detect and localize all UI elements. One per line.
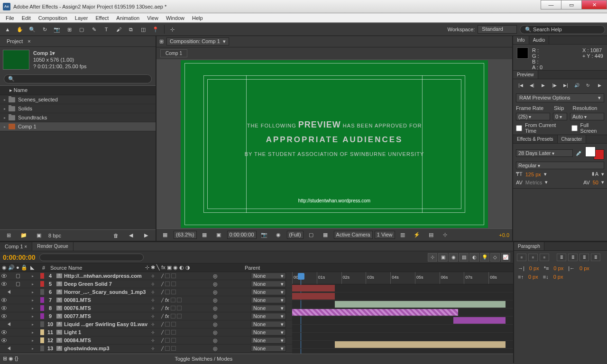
zoom-select[interactable]: (63.2%) xyxy=(174,231,197,239)
toggle-switches-icon[interactable]: ⊞ ◉ {} xyxy=(3,355,18,362)
new-comp-icon[interactable]: ▣ xyxy=(33,231,45,240)
ram-preview-icon[interactable]: ▶ xyxy=(596,82,603,89)
layer-row[interactable]: ▸ 4 THttp://...ntwhan.wordpress.com ⊹ ╱ … xyxy=(0,272,292,280)
minimize-button[interactable]: — xyxy=(541,0,561,9)
channel-icon[interactable]: ◉ xyxy=(273,230,284,240)
hand-tool[interactable]: ✋ xyxy=(14,25,26,34)
menu-edit[interactable]: Edit xyxy=(18,14,35,22)
project-name-column[interactable]: Name xyxy=(14,87,28,93)
source-name-column[interactable]: Source Name xyxy=(48,265,143,271)
align-right-icon[interactable]: ≡ xyxy=(540,254,549,261)
puppet-tool[interactable]: 📍 xyxy=(150,25,161,34)
search-help-input[interactable]: 🔍 Search Help xyxy=(520,25,605,34)
menu-animation[interactable]: Animation xyxy=(112,14,143,22)
snapshot-icon[interactable]: 📷 xyxy=(258,230,270,240)
flowchart-icon[interactable]: ⊹ xyxy=(440,230,451,240)
mask-icon[interactable]: ▣ xyxy=(213,230,224,240)
prev-frame-icon[interactable]: ◀ xyxy=(125,231,137,240)
timeline-icon[interactable]: ▤ xyxy=(425,230,437,240)
layer-row[interactable]: ▸ 10 ALiquid ...ger Swirling Easy 01.wav… xyxy=(0,320,292,328)
preview-res-select[interactable]: Auto ▾ xyxy=(570,113,604,120)
ram-preview-options[interactable]: RAM Preview Options▾ xyxy=(516,93,604,102)
layer-row[interactable]: ▸ 13 Aghostwindow.mp3 ⊹ ╱ ◎ None▾ xyxy=(0,345,292,353)
layer-row[interactable]: ▸ 5 SDeep Green Solid 7 ⊹ ╱ ◎ None▾ xyxy=(0,280,292,288)
transparency-icon[interactable]: ▦ xyxy=(320,230,331,240)
interpret-icon[interactable]: ⊞ xyxy=(3,231,14,240)
skip-select[interactable]: 0 ▾ xyxy=(553,113,567,120)
project-item[interactable]: ▸Comp 1 xyxy=(0,122,156,131)
menu-layer[interactable]: Layer xyxy=(71,14,92,22)
justify-center-icon[interactable]: ≣ xyxy=(568,254,578,261)
indent-right-value[interactable]: 0 px xyxy=(579,265,589,271)
space-before-value[interactable]: 0 px xyxy=(528,274,538,280)
first-frame-icon[interactable]: |◀ xyxy=(517,82,524,89)
hide-shy-icon[interactable]: ◉ xyxy=(449,253,458,262)
comp-mini-flowchart-icon[interactable]: ⊹ xyxy=(428,253,437,262)
project-item[interactable]: ▸Soundtracks xyxy=(0,113,156,122)
bpc-label[interactable]: 8 bpc xyxy=(48,233,61,238)
font-select[interactable]: 28 Days Later ▾ xyxy=(516,149,573,157)
menu-file[interactable]: File xyxy=(2,14,18,22)
close-button[interactable]: ✕ xyxy=(581,0,607,9)
clone-tool[interactable]: ⧉ xyxy=(125,25,137,34)
menu-composition[interactable]: Composition xyxy=(35,14,71,22)
brainstorm-icon[interactable]: 💡 xyxy=(480,253,489,262)
timeline-search[interactable] xyxy=(39,254,144,261)
from-current-time-checkbox[interactable] xyxy=(516,125,522,131)
next-frame-icon[interactable]: ▶ xyxy=(140,231,152,240)
zoom-tool[interactable]: 🔍 xyxy=(27,25,38,34)
rotate-tool[interactable]: ↻ xyxy=(39,25,50,34)
last-frame-icon[interactable]: ▶| xyxy=(562,82,570,89)
align-left-icon[interactable]: ≡ xyxy=(517,254,526,261)
project-item[interactable]: ▸Solids xyxy=(0,104,156,113)
parent-column[interactable]: Parent xyxy=(243,265,285,271)
indent-first-value[interactable]: 0 px xyxy=(553,265,563,271)
timecode[interactable]: 0:00:00:00 xyxy=(3,254,36,261)
menu-view[interactable]: View xyxy=(143,14,162,22)
playhead[interactable] xyxy=(298,273,304,280)
layer-bar[interactable] xyxy=(292,293,335,300)
play-icon[interactable]: ▶ xyxy=(539,82,547,89)
comp-flowchart-icon[interactable]: ⊞ xyxy=(159,38,164,45)
layer-num-column[interactable]: # xyxy=(39,265,48,271)
align-center-icon[interactable]: ≡ xyxy=(528,254,538,261)
loop-icon[interactable]: ↻ xyxy=(584,82,592,89)
menu-help[interactable]: Help xyxy=(188,14,207,22)
audio-tab[interactable]: Audio xyxy=(529,36,550,44)
layer-bar[interactable] xyxy=(453,317,506,324)
mute-icon[interactable]: 🔊 xyxy=(573,82,581,89)
graph-editor-icon[interactable]: 📈 xyxy=(501,253,510,262)
render-queue-tab[interactable]: Render Queue xyxy=(32,242,74,251)
layer-bar[interactable] xyxy=(335,301,506,308)
time-display[interactable]: 0:00:00:00 xyxy=(227,231,257,239)
full-screen-checkbox[interactable] xyxy=(571,125,578,131)
layer-row[interactable]: ▸ 7 V00081.MTS ⊹ ╱ fx ◎ None▾ xyxy=(0,296,292,304)
camera-tool[interactable]: 📷 xyxy=(51,25,63,34)
toggle-switches-label[interactable]: Toggle Switches / Modes xyxy=(175,356,232,362)
grid-icon[interactable]: ▦ xyxy=(199,230,210,240)
character-tab[interactable]: Character xyxy=(558,135,587,143)
layer-row[interactable]: ▸ 6 AHorror_...-_Scary_sounds_1.mp3 ⊹ ╱ … xyxy=(0,288,292,296)
pen-tool[interactable]: ✎ xyxy=(88,25,100,34)
menu-window[interactable]: Window xyxy=(162,14,188,22)
trash-icon[interactable]: 🗑 xyxy=(110,231,121,240)
justify-left-icon[interactable]: ≣ xyxy=(557,254,566,261)
font-style-select[interactable]: Regular ▾ xyxy=(516,162,604,169)
eraser-tool[interactable]: ◫ xyxy=(138,25,149,34)
fast-preview-icon[interactable]: ⚡ xyxy=(411,230,423,240)
space-after-value[interactable]: 0 px xyxy=(553,274,563,280)
frame-blend-icon[interactable]: ▤ xyxy=(459,253,469,262)
local-axis-icon[interactable]: ⊹ xyxy=(166,25,178,34)
resolution-select[interactable]: (Full) xyxy=(287,231,304,239)
project-item[interactable]: ▸Scenes_selected xyxy=(0,95,156,104)
view-layout-select[interactable]: 1 View xyxy=(375,231,395,239)
prev-frame-icon[interactable]: ◀| xyxy=(528,82,536,89)
type-tool[interactable]: T xyxy=(101,25,112,34)
framerate-select[interactable]: (25) ▾ xyxy=(516,113,550,120)
layer-row[interactable]: ▸ 9 V00077.MTS ⊹ ╱ fx ◎ None▾ xyxy=(0,312,292,320)
project-search[interactable]: 🔍 xyxy=(4,74,152,83)
effects-presets-tab[interactable]: Effects & Presets xyxy=(513,135,558,143)
fill-stroke-swatch[interactable] xyxy=(585,146,604,160)
layer-bar[interactable] xyxy=(292,309,458,316)
new-folder-icon[interactable]: 📁 xyxy=(18,231,29,240)
